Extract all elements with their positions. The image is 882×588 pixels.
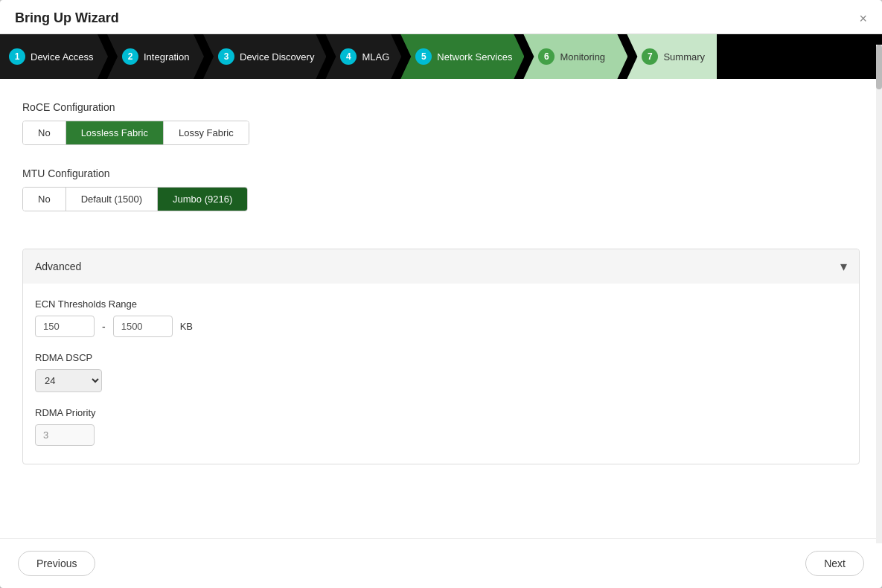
step-num-2: 2 [122,48,138,65]
roce-label: RoCE Configuration [22,101,860,113]
next-button[interactable]: Next [805,551,864,576]
main-content: RoCE Configuration No Lossless Fabric Lo… [0,79,882,538]
mtu-default-button[interactable]: Default (1500) [66,188,158,211]
rdma-dscp-field: RDMA DSCP 24 32 40 48 [35,352,847,392]
ecn-field: ECN Thresholds Range - KB [35,298,847,337]
scrollbar-track [876,45,882,543]
ecn-row: - KB [35,316,847,337]
wizard-step-7[interactable]: 7 Summary [627,34,717,79]
dialog-header: Bring Up Wizard × [0,0,882,34]
advanced-body: ECN Thresholds Range - KB RDMA DSCP 24 3… [23,284,859,464]
footer: Previous Next [0,538,882,588]
scrollbar-thumb[interactable] [876,45,882,89]
ecn-min-input[interactable] [35,316,95,337]
wizard-step-6[interactable]: 6 Monitoring [523,34,627,79]
step-label-2: Integration [144,51,189,63]
wizard-step-3[interactable]: 3 Device Discovery [203,34,326,79]
mtu-section: MTU Configuration No Default (1500) Jumb… [22,167,860,229]
mtu-label: MTU Configuration [22,167,860,179]
roce-toggle-group: No Lossless Fabric Lossy Fabric [22,121,249,145]
rdma-dscp-label: RDMA DSCP [35,352,847,363]
roce-lossy-button[interactable]: Lossy Fabric [164,121,249,144]
advanced-header[interactable]: Advanced ▾ [23,249,859,284]
step-num-3: 3 [218,48,234,65]
ecn-dash: - [102,321,106,333]
bring-up-wizard-dialog: Bring Up Wizard × 1 Device Access 2 Inte… [0,0,882,588]
wizard-bar: 1 Device Access 2 Integration 3 Device D… [0,34,882,79]
rdma-priority-input[interactable] [35,424,95,446]
rdma-priority-label: RDMA Priority [35,407,847,418]
step-label-4: MLAG [362,51,389,63]
roce-section: RoCE Configuration No Lossless Fabric Lo… [22,101,860,163]
step-label-1: Device Access [31,51,94,63]
wizard-step-5[interactable]: 5 Network Services [400,34,524,79]
roce-lossless-button[interactable]: Lossless Fabric [66,121,164,144]
wizard-step-2[interactable]: 2 Integration [107,34,204,79]
step-label-7: Summary [663,51,705,63]
step-num-4: 4 [340,48,357,65]
rdma-priority-field: RDMA Priority [35,407,847,446]
mtu-no-button[interactable]: No [23,188,66,211]
ecn-max-input[interactable] [113,316,173,337]
step-num-1: 1 [9,48,25,65]
mtu-jumbo-button[interactable]: Jumbo (9216) [158,188,247,211]
previous-button[interactable]: Previous [18,551,95,576]
advanced-label: Advanced [35,261,81,272]
dialog-title: Bring Up Wizard [15,10,119,26]
ecn-label: ECN Thresholds Range [35,298,847,310]
close-button[interactable]: × [859,12,867,25]
chevron-down-icon: ▾ [840,258,847,275]
mtu-toggle-group: No Default (1500) Jumbo (9216) [22,187,248,211]
step-num-6: 6 [538,48,555,65]
wizard-step-4[interactable]: 4 MLAG [325,34,401,79]
step-label-3: Device Discovery [240,51,314,63]
advanced-section: Advanced ▾ ECN Thresholds Range - KB RD [22,249,860,464]
roce-no-button[interactable]: No [23,121,66,144]
step-num-7: 7 [642,48,658,65]
wizard-step-1[interactable]: 1 Device Access [0,34,108,79]
ecn-unit: KB [180,321,193,332]
step-label-5: Network Services [437,51,512,63]
step-label-6: Monitoring [560,51,605,63]
step-num-5: 5 [415,48,432,65]
rdma-dscp-select[interactable]: 24 32 40 48 [35,369,102,392]
